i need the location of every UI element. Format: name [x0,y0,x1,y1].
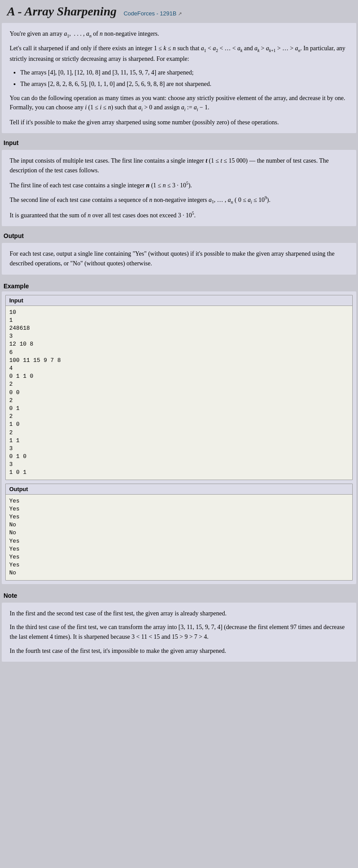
example-section: Example [0,278,358,291]
output-para1: For each test case, output a single line… [10,249,348,268]
example-output-inner: Output Yes Yes Yes No No Yes Yes Yes Yes… [5,484,353,581]
example-input-inner: Input 10 1 248618 3 12 10 8 6 100 11 15 … [5,295,353,480]
note-label: Note [4,589,354,601]
problem-para2: Let's call it sharpened if and only if t… [10,44,348,63]
gap8 [0,601,358,603]
gap6 [0,275,358,278]
output-box: For each test case, output a single line… [2,243,356,274]
note-para1: In the first and the second test case of… [10,609,348,618]
page-title: A - Array Sharpening [7,4,117,19]
input-para3: The second line of each test case contai… [10,194,348,205]
page-header: A - Array Sharpening CodeForces - 1291B … [0,0,358,21]
example-box: Input 10 1 248618 3 12 10 8 6 100 11 15 … [2,291,356,584]
bottom-pad [0,662,358,671]
input-para4: It is guaranteed that the sum of n over … [10,210,348,220]
bullet-1: The arrays [4], [0, 1], [12, 10, 8] and … [20,68,348,78]
input-label: Input [0,137,358,148]
problem-para4: Tell if it's possible to make the given … [10,118,348,127]
note-box: In the first and the second test case of… [2,603,356,662]
gap7 [0,584,358,588]
example-input-label: Input [6,295,352,306]
note-section-header: Note [0,588,358,601]
bullet-2: The arrays [2, 8, 2, 8, 6, 5], [0, 1, 1,… [20,79,348,89]
example-input-code: 10 1 248618 3 12 10 8 6 100 11 15 9 7 8 … [6,306,352,480]
cf-link[interactable]: CodeForces - 1291B ↗ [124,10,182,17]
problem-bullets: The arrays [4], [0, 1], [12, 10, 8] and … [20,68,348,89]
problem-statement-box: You're given an array a1, . . . , an of … [2,23,356,133]
input-box: The input consists of multiple test case… [2,150,356,226]
example-output-code: Yes Yes Yes No No Yes Yes Yes Yes No [6,495,352,580]
example-output-label: Output [6,484,352,495]
input-para1: The input consists of multiple test case… [10,156,348,175]
gap2 [0,133,358,137]
cf-link-anchor[interactable]: CodeForces - 1291B [124,10,177,17]
output-label: Output [0,230,358,241]
example-label: Example [4,280,354,291]
input-para2: The first line of each test case contain… [10,180,348,190]
external-link-icon: ↗ [178,11,182,16]
problem-para3: You can do the following operation as ma… [10,93,348,113]
note-para3: In the fourth test case of the first tes… [10,646,348,656]
problem-para1: You're given an array a1, . . . , an of … [10,29,348,39]
note-para2: In the third test case of the first test… [10,622,348,641]
gap4 [0,226,358,230]
